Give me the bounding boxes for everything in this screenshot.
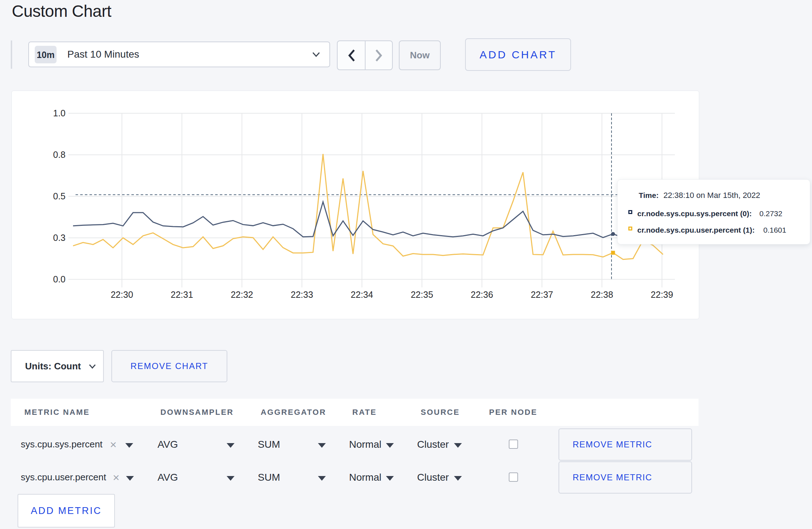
svg-text:22:39: 22:39: [651, 290, 673, 300]
svg-text:22:32: 22:32: [231, 290, 253, 300]
svg-text:22:33: 22:33: [291, 290, 313, 300]
svg-text:0.3: 0.3: [53, 233, 66, 243]
svg-text:22:31: 22:31: [171, 290, 193, 300]
svg-text:22:36: 22:36: [471, 290, 493, 300]
svg-text:0.0: 0.0: [53, 274, 66, 284]
svg-text:1.0: 1.0: [53, 108, 66, 118]
svg-text:22:37: 22:37: [531, 290, 553, 300]
svg-text:22:30: 22:30: [111, 290, 133, 300]
svg-text:22:34: 22:34: [351, 290, 373, 300]
svg-text:22:35: 22:35: [411, 290, 433, 300]
svg-text:0.5: 0.5: [53, 191, 66, 201]
svg-text:22:38: 22:38: [591, 290, 613, 300]
svg-text:0.8: 0.8: [53, 150, 66, 160]
